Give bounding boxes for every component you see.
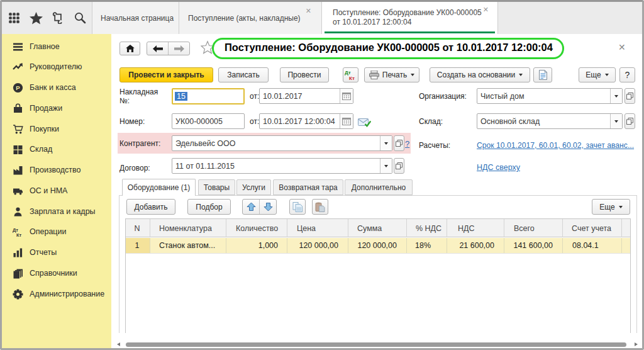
svg-text:Кт: Кт — [16, 232, 22, 237]
svg-text:Дт: Дт — [345, 70, 351, 76]
svg-text:P: P — [16, 84, 20, 91]
svg-text:Кт: Кт — [349, 76, 355, 81]
